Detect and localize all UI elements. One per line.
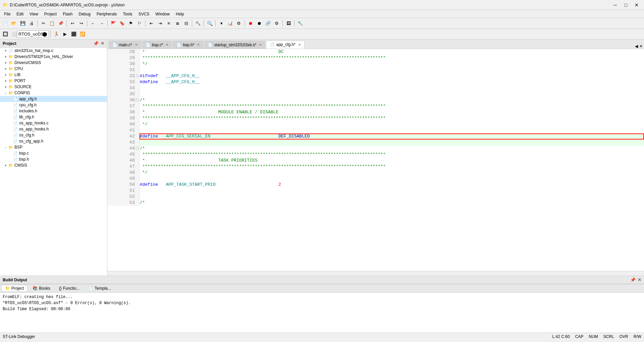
panel-tab-templates[interactable]: 📄 Templa...	[85, 285, 115, 292]
code-content[interactable]	[140, 176, 644, 182]
code-content[interactable]: #define APP_TASK_START_PRIO 2	[140, 182, 644, 188]
tb-indent1[interactable]: ⇤	[147, 19, 155, 27]
menu-window[interactable]: Window	[153, 11, 172, 17]
code-content[interactable]	[140, 194, 644, 200]
fold-marker[interactable]: □	[135, 146, 140, 152]
code-content[interactable]: * MODULE ENABLE / DISABLE	[140, 109, 644, 115]
tree-item[interactable]: +📁PORT	[0, 78, 107, 84]
tab-startup-close[interactable]: ✕	[259, 43, 262, 47]
menu-project[interactable]: Project	[42, 11, 59, 17]
maximize-button[interactable]: □	[621, 0, 631, 10]
tb-bkpt2[interactable]: 🔖	[118, 19, 126, 27]
tb-bkpt4[interactable]: ⚐	[136, 19, 144, 27]
tb2-btn1[interactable]: 🔲	[1, 30, 9, 38]
code-content[interactable]: /*	[140, 97, 644, 103]
tree-item[interactable]: +📁Drivers/STM32F1xx_HAL_Driver	[0, 54, 107, 60]
tb-win[interactable]: 🖼	[284, 19, 292, 27]
tb-build[interactable]: 🔨	[194, 19, 202, 27]
tab-bsp-c[interactable]: 📄 bsp.c* ✕	[142, 41, 172, 49]
panel-tab-functions[interactable]: {} Functio...	[55, 285, 83, 292]
build-output-pin-icon[interactable]: 📌	[630, 277, 636, 282]
menu-svcs[interactable]: SVCS	[136, 11, 152, 17]
tab-app-cfg-h-close[interactable]: ✕	[298, 43, 301, 47]
code-content[interactable]: /*	[140, 200, 644, 206]
tab-app-cfg-h[interactable]: 📄 app_cfg.h* ✕	[266, 41, 304, 49]
code-content[interactable]: */	[140, 61, 644, 67]
tb-save[interactable]: 💾	[19, 19, 27, 27]
tb2-dbg4[interactable]: 🔁	[78, 30, 87, 38]
tb2-dbg1[interactable]: 🏃	[52, 30, 60, 38]
menu-debug[interactable]: Debug	[76, 11, 93, 17]
tb-cfg[interactable]: 🔧	[296, 19, 304, 27]
tree-expand-icon[interactable]: +	[3, 73, 8, 77]
tb-bkpt3[interactable]: ⚑	[127, 19, 135, 27]
code-content[interactable]: */	[140, 121, 644, 127]
tree-item[interactable]: -📁BSP	[0, 144, 107, 150]
tb-run[interactable]: ⏺	[255, 19, 263, 27]
tb-open[interactable]: 📂	[10, 19, 18, 27]
tb-link[interactable]: 🔗	[264, 19, 272, 27]
panel-tab-books[interactable]: 📚 Books	[29, 285, 54, 292]
tab-main-c-close[interactable]: ✕	[135, 43, 138, 47]
code-content[interactable]: ****************************************…	[140, 103, 644, 109]
code-editor[interactable]: 28 * DC29 ******************************…	[107, 49, 644, 271]
tree-expand-icon[interactable]: +	[3, 49, 8, 53]
tab-scroll-left-icon[interactable]: ◀	[635, 44, 638, 49]
tb-indent2[interactable]: ⇥	[156, 19, 164, 27]
tree-item[interactable]: +📄stm32f1xx_hal_msp.c	[0, 48, 107, 54]
tb-paste[interactable]: 📌	[57, 19, 65, 27]
tree-item[interactable]: 📄bsp.h	[0, 156, 107, 162]
tb2-dbg2[interactable]: ▶	[61, 30, 69, 38]
tree-item[interactable]: 📄lib_cfg.h	[0, 114, 107, 120]
tree-item[interactable]: 📄os_app_hooks.h	[0, 126, 107, 132]
tree-item[interactable]: 📄cpu_cfg.h	[0, 102, 107, 108]
tree-item[interactable]: 📄app_cfg.h	[0, 96, 107, 102]
build-output-close-icon[interactable]: ✕	[638, 277, 641, 282]
tb-more[interactable]: ⚙	[273, 19, 281, 27]
tb2-dropdown-wrapper[interactable]: RTOS_ucOS ▾	[29, 30, 37, 38]
tb-bkpt1[interactable]: 🚩	[109, 19, 117, 27]
tree-item[interactable]: +📁Drivers/CMSIS	[0, 60, 107, 66]
panel-tab-project[interactable]: 📁 Project	[1, 285, 28, 292]
tree-item[interactable]: -📁CONFIG	[0, 90, 107, 96]
code-content[interactable]	[140, 91, 644, 97]
tb-back[interactable]: ←	[89, 19, 97, 27]
code-content[interactable]: * TASK PRIORITIES	[140, 158, 644, 164]
menu-help[interactable]: Help	[173, 11, 187, 17]
menu-edit[interactable]: Edit	[14, 11, 26, 17]
code-content[interactable]	[140, 188, 644, 194]
project-pin-icon[interactable]: 📌	[93, 41, 99, 46]
tb-copy[interactable]: 📋	[48, 19, 56, 27]
menu-view[interactable]: View	[27, 11, 41, 17]
tb-indent5[interactable]: ⊟	[182, 19, 190, 27]
code-content[interactable]: ****************************************…	[140, 152, 644, 158]
menu-flash[interactable]: Flash	[60, 11, 75, 17]
tb-stop[interactable]: ⏺	[247, 19, 255, 27]
tab-bsp-c-close[interactable]: ✕	[166, 43, 168, 47]
code-content[interactable]: #define __APP_CFG_H__	[140, 79, 644, 85]
tree-item[interactable]: 📄os_cfg.h	[0, 132, 107, 138]
tb-fwd[interactable]: →	[98, 19, 106, 27]
menu-file[interactable]: File	[1, 11, 13, 17]
tree-expand-icon[interactable]: -	[3, 91, 8, 95]
code-content[interactable]: #ifndef __APP_CFG_H__	[140, 73, 644, 79]
tb-dd2[interactable]: 📊	[226, 19, 234, 27]
tree-expand-icon[interactable]: -	[3, 146, 8, 149]
code-content[interactable]: */	[140, 170, 644, 176]
tb-saveall[interactable]: 🖨	[28, 19, 36, 27]
tree-item[interactable]: 📄os_app_hooks.c	[0, 120, 107, 126]
tb2-dbg3[interactable]: ⬛	[70, 30, 78, 38]
minimize-button[interactable]: ─	[610, 0, 620, 10]
tree-item[interactable]: +📁LIB	[0, 72, 107, 78]
tb2-load[interactable]: ⬤	[41, 30, 49, 38]
code-content[interactable]: ****************************************…	[140, 164, 644, 170]
tb-indent3[interactable]: ≡	[165, 19, 173, 27]
tree-expand-icon[interactable]: +	[3, 55, 8, 59]
code-content[interactable]	[140, 85, 644, 91]
tb-undo[interactable]: ↩	[68, 19, 76, 27]
tb-redo[interactable]: ↪	[77, 19, 85, 27]
tree-expand-icon[interactable]: +	[3, 67, 8, 71]
tab-main-c[interactable]: 📄 main.c* ✕	[109, 41, 141, 49]
tab-bsp-h[interactable]: 📄 bsp.h* ✕	[173, 41, 203, 49]
close-button[interactable]: ✕	[632, 0, 641, 10]
